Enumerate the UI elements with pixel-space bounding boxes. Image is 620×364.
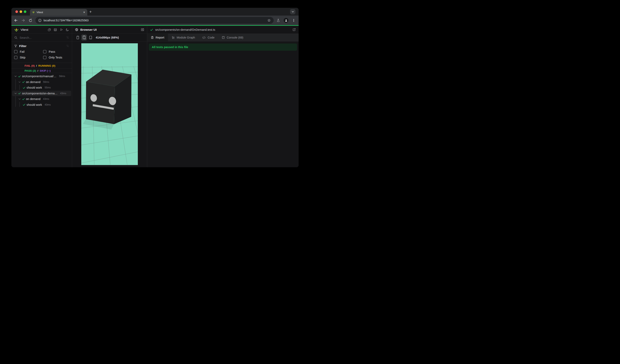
tests-passed-banner: All tests passed in this file: [149, 44, 297, 51]
device-phone-plus-icon[interactable]: [81, 34, 87, 41]
open-external-icon[interactable]: [292, 28, 296, 31]
tab-search-button[interactable]: [290, 9, 295, 14]
url-bar[interactable]: localhost:5173/#/?file=1828625563: [35, 17, 274, 24]
browser-tab[interactable]: Vitest ✕: [30, 9, 87, 15]
duration-label: 43ms: [45, 103, 51, 106]
tree-file-row[interactable]: src/components/manual/… 56ms: [11, 73, 72, 79]
dark-mode-moon-icon[interactable]: [65, 28, 69, 31]
preview-area: [72, 42, 147, 167]
tested-component-preview[interactable]: [81, 43, 138, 165]
report-panel: src/components/on-demand/OnDemand.test.t…: [147, 26, 299, 167]
tree-test-row[interactable]: should work 55ms: [11, 85, 72, 91]
tree-test-row[interactable]: should work 43ms: [11, 102, 72, 108]
tab-title: Vitest: [37, 11, 81, 14]
search-icon: [14, 36, 17, 39]
browser-window: Vitest ✕ + localhost:5173/#/?file=182862…: [11, 8, 299, 167]
filter-options: Fail Pass Skip Only Tests: [14, 49, 69, 60]
experiments-flask-icon[interactable]: [277, 19, 280, 22]
filter-panel: Filter Fail Pass: [11, 42, 72, 63]
pass-check-icon: [18, 75, 21, 78]
summary-fail-running: FAIL (0) / RUNNING (0): [11, 63, 72, 69]
dashboard-icon[interactable]: [54, 28, 57, 31]
vitest-ui: Vitest: [11, 26, 299, 167]
collapse-panels-icon[interactable]: [47, 28, 51, 31]
maximize-window-button[interactable]: [24, 10, 26, 13]
duration-label: 56ms: [43, 81, 49, 83]
app-title: Vitest: [21, 28, 46, 31]
pass-check-icon: [23, 86, 26, 89]
file-path: src/components/on-demand/OnDemand.test.t…: [155, 28, 290, 31]
checkbox-icon[interactable]: [14, 50, 17, 53]
url-text[interactable]: localhost:5173/#/?file=1828625563: [44, 19, 265, 22]
filter-checkbox-skip[interactable]: Skip: [14, 55, 43, 60]
indent-guide: [19, 85, 20, 90]
pass-check-icon: [18, 92, 21, 95]
open-panel-right-icon[interactable]: [141, 28, 144, 31]
pass-check-icon: [22, 98, 25, 101]
site-info-icon[interactable]: [38, 19, 42, 22]
duration-label: 56ms: [59, 75, 65, 78]
tab-report[interactable]: Report: [147, 34, 168, 41]
search-row: Search...: [11, 34, 72, 42]
minimize-window-button[interactable]: [20, 10, 22, 13]
filter-checkbox-fail[interactable]: Fail: [14, 49, 43, 55]
summary-pass-skip: PASS (2) / SKIP (--): [11, 69, 72, 73]
report-tabs: Report Module Graph Code Console (69): [147, 34, 299, 42]
clear-filter-icon[interactable]: [66, 36, 69, 39]
run-all-icon[interactable]: [60, 28, 63, 31]
tab-module-graph[interactable]: Module Graph: [168, 34, 199, 41]
indent-guide: [19, 102, 20, 107]
test-tree: src/components/manual/… 56ms on demand 5…: [11, 73, 72, 108]
tab-console[interactable]: Console (69): [218, 34, 247, 41]
filter-funnel-icon: [14, 44, 17, 47]
pass-check-icon: [22, 80, 25, 83]
chevron-down-icon[interactable]: [18, 81, 21, 83]
vitest-logo-icon: [14, 28, 19, 32]
browser-toolbar: localhost:5173/#/?file=1828625563 ⋮: [11, 15, 299, 25]
tree-file-row-selected[interactable]: src/components/on-dema… 43ms: [12, 91, 71, 96]
profile-avatar[interactable]: [284, 18, 288, 23]
browser-ui-header: Browser UI: [72, 26, 147, 34]
viewport-toolbar: 414x896px (68%): [72, 34, 147, 42]
tab-strip: Vitest ✕ +: [11, 8, 299, 15]
close-window-button[interactable]: [16, 10, 18, 13]
globe-icon: [75, 28, 78, 31]
toolbar-actions: ⋮: [277, 18, 296, 23]
filter-title: Filter: [19, 44, 64, 48]
tree-suite-row[interactable]: on demand 56ms: [11, 79, 72, 85]
filter-checkbox-only-tests[interactable]: Only Tests: [43, 55, 69, 60]
checkbox-icon[interactable]: [43, 50, 46, 53]
viewport-size-label: 414x896px (68%): [96, 36, 119, 39]
pass-check-icon: [150, 28, 153, 31]
checkbox-icon[interactable]: [43, 56, 46, 59]
duration-label: 43ms: [43, 98, 49, 100]
browser-ui-title: Browser UI: [80, 28, 139, 31]
file-header: src/components/on-demand/OnDemand.test.t…: [147, 26, 299, 34]
forward-icon[interactable]: [21, 18, 25, 23]
sidebar-header: Vitest: [11, 26, 72, 34]
vitest-favicon: [32, 11, 35, 14]
device-tablet-icon[interactable]: [88, 34, 93, 41]
duration-label: 55ms: [45, 86, 51, 89]
chevron-down-icon[interactable]: [18, 98, 21, 100]
back-icon[interactable]: [14, 18, 18, 23]
duration-label: 43ms: [60, 92, 66, 95]
tab-code[interactable]: Code: [199, 34, 218, 41]
device-small-phone-icon[interactable]: [75, 34, 80, 41]
window-controls: [16, 10, 26, 13]
chevron-down-icon[interactable]: [14, 75, 17, 78]
menu-kebab-icon[interactable]: ⋮: [292, 19, 295, 22]
tab-close-icon[interactable]: ✕: [83, 11, 85, 14]
filter-checkbox-pass[interactable]: Pass: [43, 49, 69, 55]
browser-ui-panel: Browser UI 414x896px (68%): [72, 26, 147, 167]
reload-icon[interactable]: [28, 18, 32, 23]
clear-filter-icon[interactable]: [66, 44, 69, 47]
search-input[interactable]: Search...: [20, 36, 64, 39]
tree-suite-row[interactable]: on demand 43ms: [11, 96, 72, 102]
new-tab-button[interactable]: +: [89, 9, 92, 14]
chevron-down-icon[interactable]: [14, 92, 17, 95]
robot-cube: [86, 70, 131, 124]
sidebar: Vitest: [11, 26, 72, 167]
bookmark-star-icon[interactable]: [267, 19, 271, 22]
checkbox-icon[interactable]: [14, 56, 17, 59]
